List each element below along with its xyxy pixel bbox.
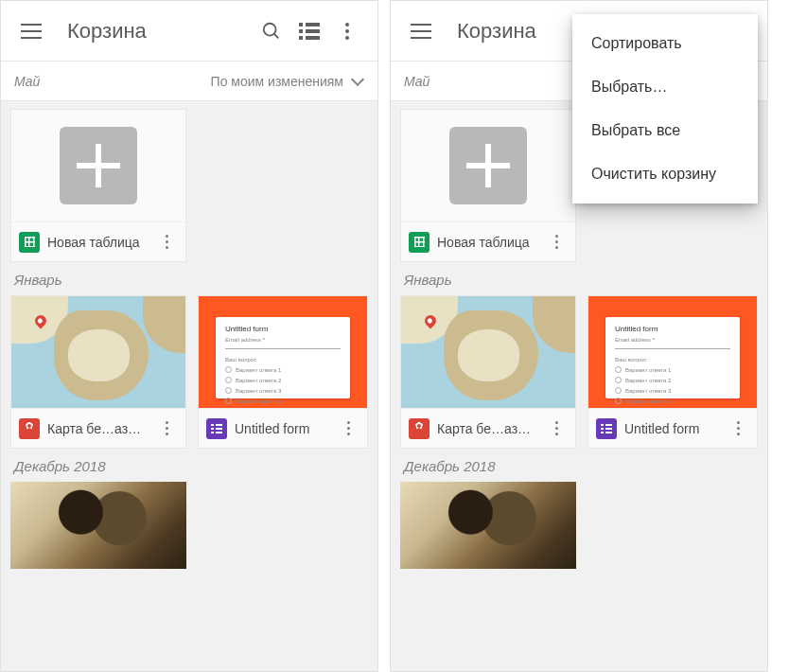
forms-icon xyxy=(596,418,617,439)
thumbnail-blank xyxy=(11,110,185,221)
pane-right: Корзина Май Новая таблица Январь xyxy=(390,0,768,672)
card-more-button[interactable] xyxy=(545,417,568,440)
forms-icon xyxy=(206,418,227,439)
plus-icon xyxy=(449,127,527,204)
card-footer: Карта бе…азвания xyxy=(401,408,575,448)
file-card-sheet[interactable]: Новая таблица xyxy=(400,109,576,262)
menu-button[interactable] xyxy=(12,12,50,50)
list-view-icon xyxy=(299,23,320,40)
sort-bar: Май По моим изменениям xyxy=(1,62,377,101)
card-footer: Новая таблица xyxy=(11,221,185,261)
section-month-label: Май xyxy=(14,74,40,89)
world-map-icon xyxy=(401,296,575,408)
thumbnail-form: Untitled form Email address * Ваш вопрос… xyxy=(199,296,367,408)
thumbnail-map xyxy=(401,296,575,408)
file-name: Карта бе…азвания xyxy=(437,421,537,436)
file-card-sheet[interactable]: Новая таблица xyxy=(10,109,186,262)
pane-left: Корзина Май По моим изменениям xyxy=(0,0,378,672)
grid-row-december xyxy=(10,482,368,569)
card-footer: Untitled form xyxy=(199,408,367,448)
arrow-down-icon xyxy=(351,75,364,88)
app-bar: Корзина xyxy=(1,1,377,62)
card-more-button[interactable] xyxy=(727,417,749,440)
hamburger-icon xyxy=(411,30,431,32)
card-more-button[interactable] xyxy=(545,231,568,254)
sort-by-label: По моим изменениям xyxy=(211,74,343,89)
page-title: Корзина xyxy=(67,19,253,44)
card-footer: Карта бе…азвания xyxy=(11,408,185,448)
menu-item-sort[interactable]: Сортировать xyxy=(572,22,758,65)
file-name: Новая таблица xyxy=(47,235,148,250)
section-label-december: Декабрь 2018 xyxy=(400,449,758,482)
maps-icon xyxy=(19,418,40,439)
plus-icon xyxy=(60,127,137,204)
search-button[interactable] xyxy=(253,12,290,50)
card-more-button[interactable] xyxy=(337,417,359,440)
menu-item-empty-trash[interactable]: Очистить корзину xyxy=(572,152,758,196)
menu-item-select[interactable]: Выбрать… xyxy=(572,65,758,109)
file-card-map[interactable]: Карта бе…азвания xyxy=(400,295,576,449)
file-name: Untitled form xyxy=(624,421,719,436)
form-preview: Untitled form Email address * Ваш вопрос… xyxy=(216,317,350,398)
section-label-january: Январь xyxy=(400,262,758,295)
sheets-icon xyxy=(19,232,40,253)
file-card-form[interactable]: Untitled form Email address * Ваш вопрос… xyxy=(198,295,368,449)
menu-button[interactable] xyxy=(402,12,440,50)
world-map-icon xyxy=(11,296,185,408)
card-more-button[interactable] xyxy=(155,231,178,254)
thumbnail-photo[interactable] xyxy=(10,482,186,569)
file-card-form[interactable]: Untitled form Email address * Ваш вопрос… xyxy=(587,295,758,449)
section-label-january: Январь xyxy=(10,262,368,295)
form-preview: Untitled form Email address * Ваш вопрос… xyxy=(605,317,740,398)
search-icon xyxy=(261,21,282,42)
view-toggle-button[interactable] xyxy=(290,12,328,50)
more-button[interactable] xyxy=(328,12,366,50)
svg-point-0 xyxy=(264,23,276,35)
grid-row-december xyxy=(400,482,758,569)
file-name: Новая таблица xyxy=(437,235,537,250)
grid-row-may: Новая таблица xyxy=(10,109,368,262)
more-vert-icon xyxy=(345,23,349,40)
thumbnail-form: Untitled form Email address * Ваш вопрос… xyxy=(588,296,757,408)
card-footer: Untitled form xyxy=(588,408,757,448)
svg-line-1 xyxy=(274,33,279,38)
section-label-december: Декабрь 2018 xyxy=(10,449,368,482)
card-more-button[interactable] xyxy=(155,417,178,440)
section-month-label: Май xyxy=(404,74,430,89)
grid-row-january: Карта бе…азвания Untitled form Email add… xyxy=(10,295,368,449)
menu-item-select-all[interactable]: Выбрать все xyxy=(572,109,758,152)
maps-icon xyxy=(409,418,430,439)
content-area: Новая таблица Январь Карта бе…азвания xyxy=(1,101,377,576)
thumbnail-blank xyxy=(401,110,575,221)
hamburger-icon xyxy=(21,30,42,32)
overflow-menu: Сортировать Выбрать… Выбрать все Очистит… xyxy=(572,14,758,203)
file-name: Карта бе…азвания xyxy=(47,421,148,436)
thumbnail-map xyxy=(11,296,185,408)
file-card-map[interactable]: Карта бе…азвания xyxy=(10,295,186,449)
grid-row-january: Карта бе…азвания Untitled form Email add… xyxy=(400,295,758,449)
thumbnail-photo[interactable] xyxy=(400,482,576,569)
file-name: Untitled form xyxy=(235,421,329,436)
sort-by-button[interactable]: По моим изменениям xyxy=(211,74,364,89)
sheets-icon xyxy=(409,232,430,253)
card-footer: Новая таблица xyxy=(401,221,575,261)
